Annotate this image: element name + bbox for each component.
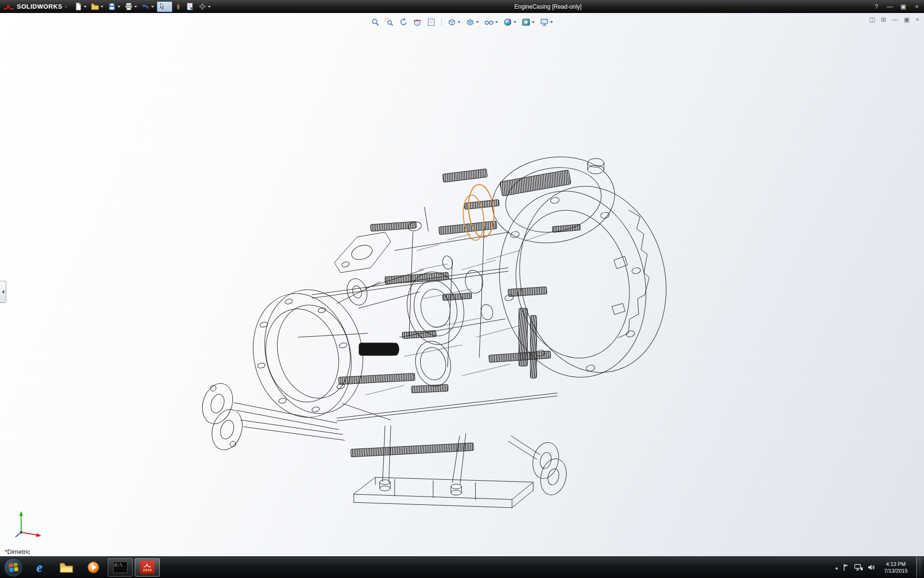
- media-player-icon: [87, 561, 100, 574]
- dropdown-arrow-icon[interactable]: [458, 21, 461, 23]
- undo-icon: [141, 2, 150, 11]
- selected-edge-highlight[interactable]: [461, 184, 496, 241]
- options-gear-icon: [198, 2, 206, 11]
- view-settings-icon: [540, 18, 549, 26]
- network-icon[interactable]: [854, 564, 863, 571]
- open-button[interactable]: [90, 1, 105, 12]
- app-logo: SOLIDWORKS ›: [0, 0, 73, 13]
- tile-windows-button[interactable]: ⊞: [881, 16, 886, 23]
- action-center-flag-icon[interactable]: [843, 564, 849, 571]
- apply-scene-button[interactable]: [521, 17, 536, 27]
- edit-appearance-button[interactable]: [502, 17, 517, 27]
- restore-document-button[interactable]: ▣: [904, 16, 910, 23]
- volume-icon[interactable]: [868, 564, 875, 571]
- display-style-cube-icon: [466, 18, 475, 26]
- graphics-viewport[interactable]: ◫ ⊞ — ▣ × *Dimetric: [0, 13, 924, 556]
- featuremanager-collapse-tab[interactable]: [0, 281, 6, 303]
- document-window-controls: ◫ ⊞ — ▣ ×: [869, 16, 919, 23]
- file-properties-button[interactable]: [184, 1, 195, 12]
- dropdown-arrow-icon[interactable]: [476, 21, 479, 23]
- display-style-button[interactable]: [465, 17, 480, 27]
- dropdown-arrow-icon[interactable]: [151, 6, 154, 8]
- open-folder-icon: [91, 2, 99, 11]
- undo-button[interactable]: [140, 1, 155, 12]
- hide-show-glasses-icon: [484, 18, 494, 26]
- quick-access-toolbar: [73, 0, 212, 13]
- orientation-triad: [8, 504, 46, 543]
- logo-chevron-icon: ›: [65, 2, 67, 10]
- dropdown-arrow-icon[interactable]: [84, 6, 87, 8]
- command-prompt-icon: C:\: [113, 562, 128, 573]
- dropdown-arrow-icon[interactable]: [495, 21, 498, 23]
- file-properties-icon: [186, 2, 194, 11]
- rebuild-button[interactable]: [174, 1, 183, 12]
- zoom-to-fit-icon: [371, 18, 380, 26]
- zoom-to-area-button[interactable]: [384, 17, 395, 27]
- hidden-icons-chevron[interactable]: ▴: [835, 565, 838, 570]
- close-window-button[interactable]: ×: [912, 0, 921, 13]
- taskbar: e C:\ 2015 ▴: [0, 556, 924, 578]
- dropdown-arrow-icon[interactable]: [513, 21, 516, 23]
- dropdown-arrow-icon[interactable]: [532, 21, 535, 23]
- view-orientation-label: *Dimetric: [5, 548, 30, 555]
- section-view-icon: [413, 18, 422, 26]
- minimize-window-button[interactable]: —: [886, 0, 894, 13]
- dropdown-arrow-icon[interactable]: [208, 6, 211, 8]
- toolbar-separator: [441, 18, 442, 26]
- titlebar: SOLIDWORKS ›: [0, 0, 924, 13]
- section-view-button[interactable]: [412, 17, 423, 27]
- dropdown-arrow-icon[interactable]: [550, 21, 553, 23]
- save-button[interactable]: [106, 1, 122, 12]
- help-button[interactable]: ?: [872, 0, 881, 13]
- clock-time: 4:13 PM: [884, 561, 908, 567]
- new-document-icon: [74, 2, 82, 11]
- taskbar-app-internet-explorer[interactable]: e: [27, 558, 52, 577]
- dropdown-arrow-icon[interactable]: [117, 6, 120, 8]
- print-icon: [125, 2, 133, 11]
- start-button[interactable]: [4, 558, 23, 577]
- annotation-views-icon: [427, 18, 436, 26]
- brand-text: SOLIDWORKS: [17, 3, 63, 10]
- edit-appearance-ball-icon: [503, 18, 512, 26]
- bottom-right-bracket: [508, 436, 570, 498]
- dropdown-arrow-icon[interactable]: [134, 6, 137, 8]
- headsup-view-toolbar: [370, 17, 554, 27]
- document-title: EngineCasing [Read-only]: [514, 3, 581, 10]
- taskbar-app-media-player[interactable]: [81, 558, 106, 577]
- print-button[interactable]: [123, 1, 139, 12]
- dropdown-arrow-icon[interactable]: [101, 6, 103, 8]
- save-icon: [108, 2, 116, 11]
- windows-logo-icon: [8, 562, 19, 573]
- view-orientation-button[interactable]: [447, 17, 462, 27]
- lower-left-rods: [197, 380, 345, 454]
- upper-left-bracket: [334, 232, 391, 307]
- previous-view-icon: [399, 18, 408, 26]
- taskbar-clock[interactable]: 4:13 PM 7/13/2015: [880, 561, 911, 574]
- zoom-to-area-icon: [385, 18, 394, 26]
- view-orientation-cube-icon: [448, 18, 456, 26]
- dynamic-annotation-views-button[interactable]: [426, 17, 436, 27]
- hide-show-items-button[interactable]: [483, 17, 499, 27]
- close-document-button[interactable]: ×: [915, 16, 919, 23]
- main-body: [298, 207, 557, 485]
- show-desktop-button[interactable]: [916, 557, 922, 578]
- restore-window-button[interactable]: ▣: [899, 0, 908, 13]
- system-tray: ▴ 4:13 PM 7/13/2015: [835, 557, 924, 578]
- view-settings-button[interactable]: [539, 17, 554, 27]
- clock-date: 7/13/2015: [884, 567, 908, 574]
- previous-view-button[interactable]: [398, 17, 409, 27]
- apply-scene-icon: [522, 18, 530, 26]
- rebuild-traffic-light-icon: [175, 2, 181, 11]
- taskbar-app-solidworks-2015[interactable]: 2015: [135, 558, 160, 577]
- dropdown-arrow-icon[interactable]: [167, 6, 170, 8]
- engine-casing-wireframe-model[interactable]: [0, 13, 924, 556]
- minimize-document-button[interactable]: —: [892, 16, 898, 23]
- select-button[interactable]: [157, 1, 172, 12]
- mounting-base: [354, 477, 533, 508]
- taskbar-app-windows-explorer[interactable]: [54, 558, 79, 577]
- taskbar-app-command-prompt[interactable]: C:\: [108, 558, 133, 577]
- new-button[interactable]: [73, 1, 88, 12]
- show-display-pane-button[interactable]: ◫: [869, 16, 875, 23]
- zoom-to-fit-button[interactable]: [370, 17, 381, 27]
- options-button[interactable]: [197, 1, 212, 12]
